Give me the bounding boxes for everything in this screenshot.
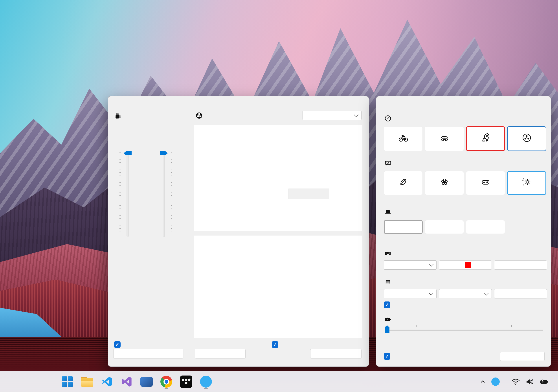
- matrix-brightness-select[interactable]: [384, 289, 436, 298]
- matrix-picture-gif-button[interactable]: [494, 289, 547, 298]
- console-icon: [480, 177, 491, 187]
- cpu-slider-thumb[interactable]: [160, 151, 168, 155]
- chrome-button[interactable]: [158, 374, 174, 390]
- slider-track[interactable]: [385, 330, 543, 331]
- quit-button[interactable]: [500, 352, 545, 361]
- powershell-icon: [140, 377, 153, 387]
- file-explorer-button[interactable]: [79, 374, 95, 390]
- keyboard-color-button[interactable]: [439, 260, 492, 270]
- volume-icon[interactable]: [526, 378, 534, 385]
- rocket-icon: [480, 133, 491, 143]
- tray-chevron-up-icon[interactable]: [480, 379, 485, 384]
- g-helper-tray-icon[interactable]: [491, 377, 500, 386]
- keyboard-icon: [384, 250, 392, 257]
- running-indicator: [165, 388, 168, 389]
- keyboard-color-swatch: [465, 262, 471, 268]
- chrome-icon: [160, 376, 172, 388]
- chevron-down-icon: [429, 291, 434, 295]
- folder-icon: [81, 377, 93, 387]
- checkbox-check-icon[interactable]: [272, 341, 278, 348]
- g-helper-window: [376, 96, 551, 367]
- slider-ticks: [120, 152, 121, 235]
- tidal-button[interactable]: [178, 374, 194, 390]
- battery-limit-header: [384, 316, 394, 324]
- fan-icon: [195, 112, 203, 119]
- chevron-down-icon: [484, 291, 489, 295]
- optimized-gpu-button[interactable]: [507, 171, 546, 195]
- eco-gpu-button[interactable]: [384, 171, 423, 195]
- chevron-down-icon: [429, 262, 434, 267]
- chip-icon: [114, 112, 122, 120]
- cpu-boost-select[interactable]: [303, 111, 362, 120]
- chevron-down-icon: [354, 112, 358, 117]
- bicycle-icon: [398, 133, 408, 143]
- turbo-mode-button[interactable]: [466, 126, 505, 151]
- fan-curve-tooltip: [288, 189, 329, 199]
- slider-track[interactable]: [163, 151, 165, 237]
- balanced-mode-button[interactable]: [425, 126, 464, 151]
- power-auto-apply-checkbox[interactable]: [114, 341, 123, 348]
- bulb-gear-icon: [522, 177, 532, 187]
- visual-studio-icon: [121, 376, 132, 387]
- laptop-icon: [384, 209, 392, 216]
- running-indicator: [204, 388, 208, 389]
- apply-fan-curve-button[interactable]: [310, 349, 362, 358]
- cpu-fan-chart[interactable]: [194, 125, 362, 231]
- run-on-startup-checkbox[interactable]: [384, 353, 393, 360]
- matrix-battery-checkbox[interactable]: [384, 301, 393, 308]
- slider-ticks: [171, 152, 172, 235]
- vscode-icon: [101, 376, 113, 387]
- taskbar: [0, 371, 558, 392]
- checkbox-check-icon[interactable]: [384, 353, 390, 360]
- slider-ticks: [385, 325, 543, 327]
- power-limits-header: [114, 112, 124, 120]
- vscode-button[interactable]: [99, 374, 115, 390]
- desktop: [0, 0, 558, 392]
- close-icon[interactable]: [356, 99, 364, 107]
- windows-logo-icon: [62, 376, 73, 387]
- factory-defaults-button[interactable]: [195, 349, 245, 358]
- keyboard-mode-select[interactable]: [384, 260, 436, 270]
- fan-auto-apply-checkbox[interactable]: [272, 341, 281, 348]
- taskbar-apps: [59, 371, 214, 392]
- matrix-icon: [384, 278, 392, 286]
- wifi-icon[interactable]: [512, 378, 520, 385]
- powershell-button[interactable]: [139, 374, 155, 390]
- gpu-fan-chart[interactable]: [194, 235, 362, 338]
- checkbox-check-icon[interactable]: [114, 341, 121, 348]
- gpu-mode-header: [384, 159, 394, 167]
- screen-auto-button[interactable]: [384, 220, 423, 234]
- fans-and-power-window: [108, 96, 369, 367]
- visual-studio-button[interactable]: [119, 374, 135, 390]
- total-power-slider[interactable]: [122, 151, 133, 237]
- car-icon: [439, 133, 450, 143]
- total-slider-thumb[interactable]: [124, 151, 131, 155]
- screen-120hz-od-button[interactable]: [466, 220, 505, 234]
- laptop-screen-header: [384, 209, 394, 216]
- apply-power-limits-button[interactable]: [113, 349, 183, 358]
- close-icon[interactable]: [538, 99, 546, 107]
- checkbox-check-icon[interactable]: [384, 301, 390, 308]
- ultimate-gpu-button[interactable]: [466, 171, 505, 195]
- keyboard-extra-button[interactable]: [494, 260, 547, 270]
- fan-profiles-header: [195, 112, 206, 119]
- gpu-card-icon: [384, 159, 392, 167]
- gauge-icon: [384, 115, 392, 122]
- screen-60hz-button[interactable]: [425, 220, 464, 234]
- cpu-power-slider[interactable]: [159, 151, 169, 237]
- start-button[interactable]: [59, 374, 75, 390]
- battery-charging-icon[interactable]: [540, 378, 548, 385]
- matrix-running-select[interactable]: [439, 289, 492, 298]
- standard-gpu-button[interactable]: [425, 171, 464, 195]
- performance-mode-header: [384, 115, 394, 122]
- leaf-icon: [398, 177, 408, 187]
- silent-mode-button[interactable]: [384, 126, 423, 151]
- fans-power-button[interactable]: [507, 126, 546, 151]
- anime-matrix-header: [384, 278, 394, 286]
- battery-limit-slider[interactable]: [385, 325, 543, 334]
- battery-bolt-icon: [384, 316, 392, 324]
- g-helper-button[interactable]: [198, 374, 214, 390]
- system-tray: [480, 371, 554, 392]
- slider-track[interactable]: [127, 151, 129, 237]
- flower-icon: [439, 177, 450, 187]
